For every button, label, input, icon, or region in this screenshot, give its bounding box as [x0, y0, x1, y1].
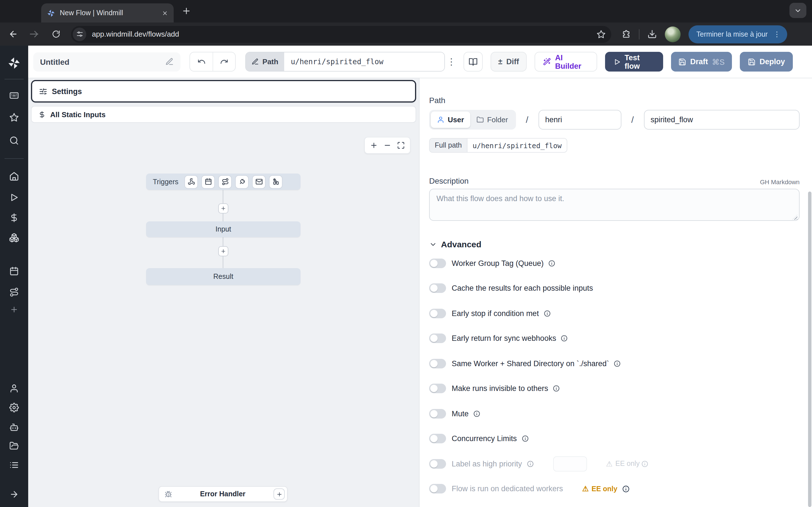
edit-pencil-icon[interactable]: [165, 57, 174, 66]
poll-trigger-button[interactable]: [270, 175, 282, 188]
add-step-button[interactable]: [218, 246, 229, 256]
ai-builder-button[interactable]: AI Builder: [535, 52, 597, 71]
info-icon[interactable]: [622, 485, 630, 493]
toggle-switch[interactable]: [429, 434, 446, 444]
redo-icon: [220, 57, 229, 66]
info-icon[interactable]: [521, 435, 529, 443]
info-icon[interactable]: [473, 410, 480, 417]
extensions-icon[interactable]: [621, 29, 631, 39]
info-icon[interactable]: [553, 385, 560, 392]
owner-kind-user[interactable]: User: [431, 112, 470, 128]
advanced-section-toggle[interactable]: Advanced: [429, 239, 800, 249]
back-button[interactable]: [2, 29, 24, 39]
fit-view-icon[interactable]: [397, 142, 405, 149]
folders-icon[interactable]: [9, 441, 19, 451]
result-node[interactable]: Result: [146, 268, 301, 285]
bookmark-star-icon[interactable]: [597, 30, 606, 39]
reload-button[interactable]: [45, 30, 66, 38]
toggle-label: Mute: [452, 409, 469, 418]
draft-button[interactable]: Draft ⌘S: [671, 52, 732, 71]
owner-kind-folder[interactable]: Folder: [470, 112, 514, 128]
favorites-star-icon[interactable]: [9, 113, 19, 122]
folder-label: Folder: [487, 115, 508, 124]
resources-boxes-icon[interactable]: [9, 233, 19, 243]
zoom-out-icon[interactable]: [384, 142, 391, 149]
diff-button[interactable]: ± Diff: [490, 52, 527, 71]
toggle-switch[interactable]: [429, 259, 446, 268]
deploy-button[interactable]: Deploy: [740, 52, 793, 71]
flow-canvas[interactable]: Triggers Input: [28, 123, 419, 507]
toggle-label: Early return for sync webhooks: [452, 334, 556, 343]
routes-icon[interactable]: [9, 287, 19, 297]
home-icon[interactable]: [9, 171, 19, 181]
info-icon[interactable]: [561, 335, 568, 342]
input-node[interactable]: Input: [146, 221, 301, 237]
forward-button[interactable]: [24, 29, 45, 39]
new-tab-icon[interactable]: [182, 6, 191, 16]
flow-name-box[interactable]: Untitled: [33, 52, 181, 71]
advanced-heading: Advanced: [441, 239, 481, 249]
path-name-input[interactable]: [644, 110, 800, 129]
tab-search-button[interactable]: [790, 3, 806, 18]
email-trigger-button[interactable]: [253, 175, 265, 188]
address-bar[interactable]: app.windmill.dev/flows/add: [71, 25, 611, 43]
info-icon[interactable]: [543, 310, 551, 317]
browser-menu-icon[interactable]: ⋮: [771, 30, 783, 38]
schedules-calendar-icon[interactable]: [9, 267, 19, 276]
expand-arrow-icon[interactable]: [9, 490, 19, 499]
zoom-in-icon[interactable]: [370, 142, 378, 149]
redo-button[interactable]: [213, 52, 236, 71]
logs-list-icon[interactable]: [9, 460, 19, 470]
search-icon[interactable]: [9, 136, 19, 145]
app-sidebar: [0, 46, 28, 507]
windmill-logo[interactable]: [7, 56, 21, 70]
toggle-switch[interactable]: [429, 459, 446, 469]
test-flow-button[interactable]: Test flow: [605, 52, 663, 71]
site-info-button[interactable]: [73, 27, 86, 41]
webhook-trigger-button[interactable]: [185, 175, 198, 188]
add-plus-icon[interactable]: [10, 305, 18, 314]
path-badge[interactable]: Path: [246, 52, 284, 71]
toggle-switch[interactable]: [429, 309, 446, 318]
more-menu-icon[interactable]: ⋮: [445, 56, 458, 67]
docs-button[interactable]: [463, 52, 483, 71]
toggle-switch[interactable]: [429, 334, 446, 343]
toggle-switch[interactable]: [429, 484, 446, 494]
path-owner-input[interactable]: [539, 110, 621, 129]
avatar[interactable]: [665, 26, 680, 42]
toggle-switch[interactable]: [429, 359, 446, 369]
deploy-label: Deploy: [760, 57, 785, 66]
browser-tab[interactable]: New Flow | Windmill: [41, 3, 174, 22]
user-icon[interactable]: [9, 384, 19, 393]
toggle-switch[interactable]: [429, 384, 446, 393]
workspace-icon[interactable]: [9, 91, 19, 100]
info-icon[interactable]: [548, 260, 555, 267]
route-trigger-button[interactable]: [219, 175, 232, 188]
websocket-trigger-button[interactable]: [236, 175, 248, 188]
path-input[interactable]: u/henri/spirited_flow: [284, 52, 444, 71]
settings-item[interactable]: Settings: [31, 80, 416, 103]
toggle-switch[interactable]: [429, 409, 446, 418]
info-icon[interactable]: [526, 460, 534, 467]
download-icon[interactable]: [647, 29, 657, 39]
info-icon[interactable]: [642, 460, 649, 467]
variables-dollar-icon[interactable]: [9, 213, 19, 223]
error-handler-node[interactable]: Error Handler: [158, 486, 288, 502]
description-textarea[interactable]: [429, 189, 800, 221]
url-text[interactable]: app.windmill.dev/flows/add: [92, 30, 591, 38]
toggle-switch[interactable]: [429, 284, 446, 293]
update-browser-button[interactable]: Terminer la mise à jour ⋮: [689, 25, 787, 43]
priority-value-input[interactable]: [553, 456, 587, 471]
all-static-inputs-item[interactable]: All Static Inputs: [31, 106, 416, 123]
close-icon[interactable]: [162, 10, 168, 16]
workers-robot-icon[interactable]: [9, 422, 19, 432]
add-error-handler-button[interactable]: [273, 489, 285, 500]
panel-scrollbar[interactable]: [808, 191, 811, 507]
schedule-trigger-button[interactable]: [202, 175, 214, 188]
info-icon[interactable]: [614, 360, 621, 367]
add-step-button[interactable]: [218, 203, 229, 214]
runs-play-icon[interactable]: [9, 193, 19, 202]
settings-gear-icon[interactable]: [9, 403, 19, 412]
triggers-node[interactable]: Triggers: [146, 173, 301, 190]
undo-button[interactable]: [190, 52, 213, 71]
